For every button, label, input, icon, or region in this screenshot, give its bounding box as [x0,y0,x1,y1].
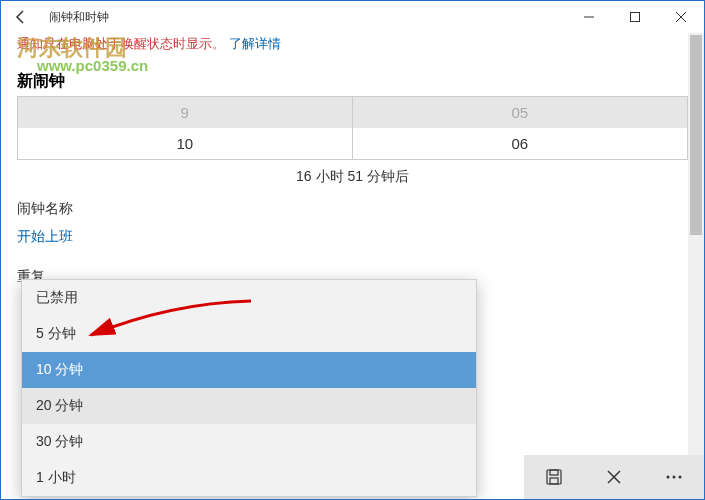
page-title: 新闹钟 [17,71,688,92]
dropdown-item[interactable]: 1 小时 [22,460,476,496]
hour-value[interactable]: 10 [18,128,353,159]
svg-point-11 [673,476,676,479]
hour-prev[interactable]: 9 [18,97,353,128]
svg-point-10 [667,476,670,479]
dropdown-item[interactable]: 5 分钟 [22,316,476,352]
minute-value[interactable]: 06 [353,128,688,159]
svg-rect-5 [547,470,561,484]
svg-rect-1 [631,13,640,22]
maximize-button[interactable] [612,1,658,33]
notice-text: 通知只在电脑处于唤醒状态时显示。 [17,36,225,51]
back-button[interactable] [1,1,41,33]
alarm-name-value[interactable]: 开始上班 [17,228,688,246]
snooze-dropdown[interactable]: 已禁用5 分钟10 分钟20 分钟30 分钟1 小时 [21,279,477,497]
time-picker[interactable]: 9 10 05 06 [17,96,688,160]
scrollbar[interactable] [688,33,704,455]
dropdown-item[interactable]: 20 分钟 [22,388,476,424]
minimize-button[interactable] [566,1,612,33]
svg-rect-6 [550,470,558,475]
dropdown-item[interactable]: 10 分钟 [22,352,476,388]
svg-rect-7 [550,478,558,484]
cancel-button[interactable] [594,457,634,497]
dropdown-item[interactable]: 30 分钟 [22,424,476,460]
dropdown-item[interactable]: 已禁用 [22,280,476,316]
more-button[interactable] [654,457,694,497]
countdown-text: 16 小时 51 分钟后 [17,168,688,186]
alarm-name-label: 闹钟名称 [17,200,688,218]
minute-prev[interactable]: 05 [353,97,688,128]
notice-bar: 河东软件园 www.pc0359.cn 通知只在电脑处于唤醒状态时显示。 了解详… [1,33,704,53]
bottom-toolbar [524,455,704,499]
svg-point-12 [679,476,682,479]
close-button[interactable] [658,1,704,33]
learn-more-link[interactable]: 了解详情 [229,36,281,51]
window-title: 闹钟和时钟 [49,9,109,26]
save-button[interactable] [534,457,574,497]
scrollbar-thumb[interactable] [690,35,702,235]
